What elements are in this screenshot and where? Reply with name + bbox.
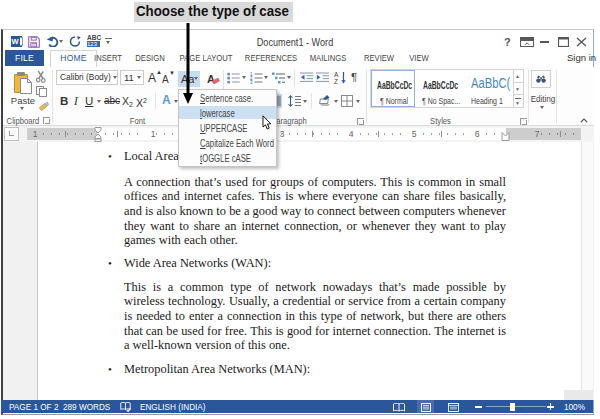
svg-text:Z: Z [334, 78, 338, 85]
svg-text:3: 3 [250, 80, 253, 84]
